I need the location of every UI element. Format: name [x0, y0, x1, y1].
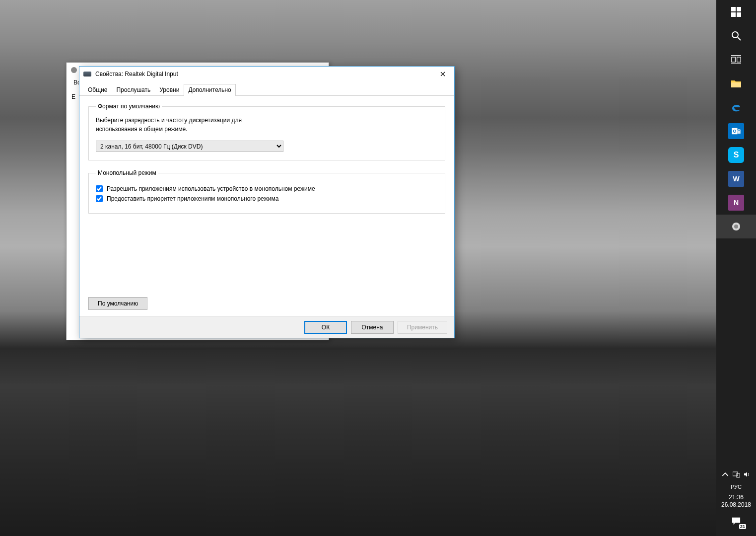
taskbar-file-explorer[interactable] — [716, 72, 756, 95]
tray-row-1 — [716, 469, 756, 482]
tray-chevron-up[interactable] — [722, 471, 729, 479]
exclusive-priority-row[interactable]: Предоставить приоритет приложениям моноп… — [96, 195, 438, 202]
dialog-tabs: Общие Прослушать Уровни Дополнительно — [79, 81, 454, 96]
taskbar-word[interactable]: W — [716, 167, 756, 191]
windows-icon — [731, 7, 741, 17]
exclusive-allow-row[interactable]: Разрешить приложениям использовать устро… — [96, 185, 438, 192]
default-format-group: Формат по умолчанию Выберите разрядность… — [88, 103, 445, 160]
restore-defaults-button[interactable]: По умолчанию — [88, 297, 147, 310]
action-center-button[interactable]: 21 — [716, 511, 756, 531]
svg-point-0 — [71, 67, 77, 73]
device-icon — [83, 72, 91, 77]
close-button[interactable] — [431, 67, 454, 81]
taskbar-search-button[interactable] — [716, 24, 756, 48]
exclusive-mode-group: Монопольный режим Разрешить приложениям … — [88, 169, 445, 214]
dialog-button-bar: ОК Отмена Применить — [79, 316, 454, 338]
dialog-titlebar: Свойства: Realtek Digital Input — [79, 67, 454, 81]
svg-rect-3 — [731, 12, 736, 17]
tray-date: 26.08.2018 — [721, 501, 751, 509]
taskbar-edge[interactable] — [716, 95, 756, 119]
taskbar: O S W N РУС 21:36 26.08.2018 21 — [716, 0, 756, 536]
task-view-icon — [731, 55, 741, 65]
svg-rect-2 — [737, 7, 741, 11]
svg-rect-4 — [737, 12, 741, 17]
edge-icon — [731, 102, 741, 112]
svg-rect-7 — [732, 57, 736, 62]
sound-device-icon — [731, 222, 741, 231]
svg-text:O: O — [733, 129, 736, 134]
svg-rect-18 — [737, 473, 740, 477]
start-button[interactable] — [716, 0, 756, 24]
task-view-button[interactable] — [716, 48, 756, 72]
tab-advanced[interactable]: Дополнительно — [184, 84, 235, 96]
action-center-count: 21 — [739, 524, 746, 529]
exclusive-priority-checkbox[interactable] — [96, 195, 103, 202]
svg-rect-8 — [737, 57, 741, 62]
tray-clock[interactable]: 21:36 26.08.2018 — [721, 492, 751, 511]
ok-button[interactable]: ОК — [304, 321, 347, 334]
taskbar-skype[interactable]: S — [716, 143, 756, 167]
svg-point-16 — [734, 225, 738, 229]
outlook-icon: O — [728, 123, 744, 139]
dialog-title: Свойства: Realtek Digital Input — [95, 71, 431, 77]
exclusive-priority-label: Предоставить приоритет приложениям моноп… — [107, 195, 278, 202]
tray-language[interactable]: РУС — [731, 484, 742, 490]
svg-rect-1 — [731, 7, 736, 11]
tab-levels[interactable]: Уровни — [155, 84, 184, 96]
speaker-icon — [70, 67, 77, 74]
taskbar-sound-settings[interactable] — [716, 215, 756, 238]
folder-icon — [731, 78, 741, 88]
svg-line-6 — [738, 37, 741, 40]
word-icon: W — [728, 171, 744, 187]
apply-button[interactable]: Применить — [398, 321, 447, 334]
taskbar-onenote[interactable]: N — [716, 191, 756, 215]
exclusive-mode-legend: Монопольный режим — [96, 169, 158, 176]
exclusive-allow-checkbox[interactable] — [96, 185, 103, 192]
format-select[interactable]: 2 канал, 16 бит, 48000 Гц (Диск DVD) — [96, 141, 283, 152]
search-icon — [731, 31, 741, 41]
tab-general[interactable]: Общие — [83, 84, 112, 96]
svg-rect-11 — [731, 82, 741, 87]
default-format-legend: Формат по умолчанию — [96, 103, 162, 110]
tray-time: 21:36 — [721, 494, 751, 502]
svg-point-5 — [732, 32, 738, 38]
exclusive-allow-label: Разрешить приложениям использовать устро… — [107, 185, 315, 192]
tray-volume-icon[interactable] — [744, 471, 751, 479]
tray-devices-icon[interactable] — [733, 471, 740, 479]
skype-icon: S — [728, 147, 744, 163]
cancel-button[interactable]: Отмена — [351, 321, 394, 334]
close-icon — [440, 72, 445, 77]
onenote-icon: N — [728, 195, 744, 211]
tab-content-advanced: Формат по умолчанию Выберите разрядность… — [79, 96, 454, 316]
properties-dialog: Свойства: Realtek Digital Input Общие Пр… — [79, 66, 455, 338]
tab-listen[interactable]: Прослушать — [112, 84, 155, 96]
taskbar-outlook[interactable]: O — [716, 119, 756, 143]
default-format-description: Выберите разрядность и частоту дискретиз… — [96, 116, 284, 134]
